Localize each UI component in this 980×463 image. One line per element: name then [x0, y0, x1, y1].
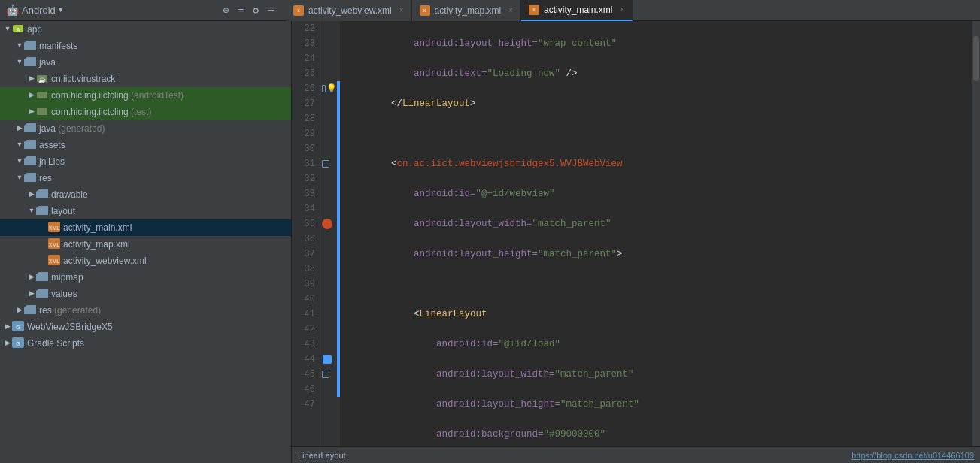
code-line-35: android:background="#99000000" [346, 427, 966, 442]
svg-text:XML: XML [49, 242, 60, 247]
res-gen-label: res (generated) [39, 305, 101, 316]
svg-text:G: G [16, 325, 20, 330]
sidebar-item-layout[interactable]: layout [0, 203, 291, 219]
sidebar-item-webviewjsbridge[interactable]: G WebViewJSBridgeX5 [0, 319, 291, 335]
svg-rect-5 [37, 108, 47, 115]
project-title: Android [22, 5, 56, 16]
manifests-icon [24, 41, 36, 52]
tab-map-close[interactable]: × [508, 6, 513, 14]
sidebar-item-manifests[interactable]: manifests [0, 38, 291, 54]
arrow-webviewjsbridge [3, 322, 12, 331]
tab-webview-label: activity_webview.xml [308, 5, 392, 16]
code-line-33: android:layout_width="match_parent" [346, 367, 966, 382]
tabs-bar: x activity_webview.xml × x activity_map.… [286, 0, 980, 21]
code-line-24: </LinearLayout> [346, 96, 966, 111]
sidebar-item-values[interactable]: values [0, 286, 291, 302]
arrow-res-gen [15, 306, 24, 315]
code-area[interactable]: 22 23 24 25 26 27 28 29 30 31 32 33 34 3… [292, 21, 980, 446]
status-bar: LinearLayout https://blog.csdn.net/u0144… [292, 446, 980, 463]
code-line-27: android:id="@+id/webview" [346, 186, 966, 201]
sidebar-item-res-gen[interactable]: res (generated) [0, 302, 291, 319]
tab-activity-main[interactable]: x activity_main.xml × [521, 0, 633, 21]
sidebar-item-jnilibs[interactable]: jniLibs [0, 153, 291, 170]
arrow-gradle [3, 339, 12, 348]
layout-label: layout [51, 206, 75, 216]
svg-text:A: A [17, 27, 20, 32]
tab-activity-webview[interactable]: x activity_webview.xml × [286, 0, 412, 21]
sidebar-item-gradle[interactable]: G Gradle Scripts [0, 335, 291, 352]
arrow-drawable [27, 190, 36, 199]
activity-map-xml-icon: XML [48, 238, 60, 251]
code-stripe [337, 21, 340, 446]
status-element-type: LinearLayout [298, 451, 851, 460]
code-line-34: android:layout_height="match_parent" [346, 397, 966, 412]
title-dropdown-icon[interactable]: ▼ [59, 6, 63, 14]
arrow-manifests [15, 41, 24, 50]
java-label: java [39, 57, 56, 68]
arrow-assets [15, 141, 24, 150]
pkg-android-icon [36, 90, 48, 101]
sidebar-item-java-gen[interactable]: java (generated) [0, 120, 291, 137]
tab-main-close[interactable]: × [620, 5, 624, 14]
sidebar-item-mipmap[interactable]: mipmap [0, 269, 291, 286]
code-line-29: android:layout_height="match_parent"> [346, 247, 966, 262]
sidebar-item-hicling-android[interactable]: com.hicling.iictcling (androidTest) [0, 87, 291, 104]
values-icon [36, 289, 48, 300]
pkg-test-icon [36, 107, 48, 118]
vertical-scrollbar[interactable] [972, 21, 980, 446]
pkg-icon: ☕ [36, 74, 48, 85]
tab-map-label: activity_map.xml [435, 5, 502, 16]
manifests-label: manifests [39, 41, 77, 51]
sidebar-item-activity-webview[interactable]: XML activity_webview.xml [0, 253, 291, 269]
menu-icon[interactable]: ≡ [238, 5, 244, 17]
code-line-23: android:text="Loading now" /> [346, 66, 966, 81]
sidebar-item-hicling-test[interactable]: com.hicling.iictcling (test) [0, 104, 291, 120]
gradle-icon: G [12, 337, 24, 350]
sidebar-item-assets[interactable]: assets [0, 137, 291, 153]
webviewjsbridge-label: WebViewJSBridgeX5 [27, 322, 113, 332]
sidebar-item-java[interactable]: java [0, 54, 291, 71]
code-content[interactable]: android:layout_height="wrap_content" and… [340, 21, 972, 446]
webviewjsbridge-icon: G [12, 321, 24, 334]
arrow-java [15, 58, 24, 67]
res-label: res [39, 173, 52, 183]
code-line-26: <cn.ac.iict.webviewjsbridgex5.WVJBWebVie… [346, 156, 966, 171]
globe-icon[interactable]: ⊕ [223, 5, 229, 17]
code-line-28: android:layout_width="match_parent" [346, 216, 966, 232]
sidebar-item-drawable[interactable]: drawable [0, 186, 291, 203]
tab-activity-map[interactable]: x activity_map.xml × [412, 0, 522, 21]
sidebar-item-virustrack[interactable]: ☕ cn.iict.virustrack [0, 71, 291, 87]
app-icon: A [12, 23, 24, 37]
editor: 22 23 24 25 26 27 28 29 30 31 32 33 34 3… [292, 21, 980, 463]
arrow-res [15, 174, 24, 183]
hicling-test-label: com.hicling.iictcling (test) [51, 107, 151, 117]
quickfix-bulb-icon[interactable]: 💡 [326, 85, 337, 93]
arrow-layout [27, 207, 36, 216]
sidebar-item-res[interactable]: res [0, 170, 291, 186]
sidebar-item-activity-main[interactable]: XML activity_main.xml [0, 219, 291, 236]
status-url[interactable]: https://blog.csdn.net/u014466109 [851, 451, 974, 460]
arrow-hicling-android [27, 91, 36, 100]
arrow-virustrack [27, 74, 36, 83]
scrollbar-thumb[interactable] [973, 36, 979, 81]
java-gen-label: java (generated) [39, 123, 105, 134]
res-icon [24, 173, 36, 184]
bookmark-icon-26 [322, 85, 326, 92]
breakpoint-icon-44[interactable] [323, 355, 332, 364]
xml-icon-map: x [420, 5, 430, 16]
breakpoint-icon-35[interactable] [322, 219, 332, 229]
code-line-25 [346, 126, 966, 141]
svg-text:G: G [16, 341, 20, 346]
jnilibs-icon [24, 156, 36, 168]
gradle-label: Gradle Scripts [27, 338, 84, 349]
tab-webview-close[interactable]: × [399, 6, 404, 14]
mipmap-icon [36, 272, 48, 283]
drawable-icon [36, 189, 48, 201]
code-line-30 [346, 277, 966, 292]
sidebar-item-app[interactable]: A app [0, 21, 291, 38]
minimize-icon[interactable]: — [268, 5, 274, 17]
sidebar-item-activity-map[interactable]: XML activity_map.xml [0, 236, 291, 253]
title-bar-left: 🤖 Android ▼ ⊕ ≡ ⚙ — [0, 4, 286, 17]
settings-icon[interactable]: ⚙ [253, 5, 259, 17]
activity-webview-label: activity_webview.xml [63, 256, 147, 266]
